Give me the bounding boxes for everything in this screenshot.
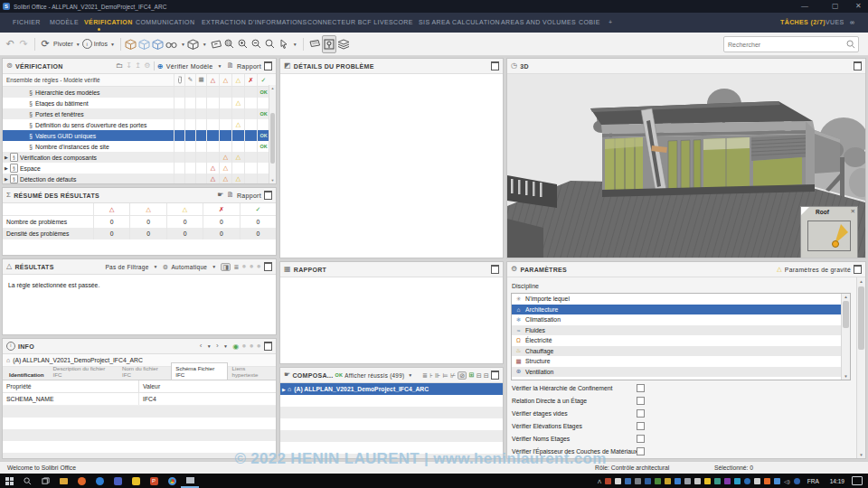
summary-row[interactable]: Nombre de problèmes 00000 bbox=[3, 216, 276, 228]
results-mode-dropdown[interactable]: Automatique bbox=[171, 264, 207, 270]
list-mode-icon[interactable]: ≣ bbox=[233, 264, 239, 270]
summary-report-button[interactable]: Rapport bbox=[237, 192, 261, 199]
tab-identification[interactable]: Identification bbox=[5, 369, 49, 380]
menu-add-tab[interactable]: + bbox=[609, 13, 613, 33]
hide-eye-icon[interactable]: ⊘ bbox=[458, 371, 467, 380]
parameters-window-icon[interactable] bbox=[854, 265, 862, 274]
tray-icon[interactable] bbox=[744, 478, 750, 484]
tray-icon[interactable] bbox=[764, 478, 770, 484]
discipline-option[interactable]: ✳N'importe lequel bbox=[512, 294, 850, 305]
material-thickness-checkbox[interactable] bbox=[637, 447, 645, 455]
mode-caret-icon[interactable]: ▼ bbox=[212, 264, 216, 269]
menu-verification[interactable]: VÉRIFICATION bbox=[84, 13, 133, 33]
tray-icon[interactable] bbox=[754, 478, 760, 484]
edge-browser-icon[interactable] bbox=[90, 474, 108, 488]
settings-gear-icon[interactable]: ⚙ bbox=[144, 62, 150, 70]
discipline-option-selected[interactable]: ⌂Architecture bbox=[512, 305, 850, 315]
infos-icon[interactable]: i bbox=[82, 39, 92, 49]
rule-row[interactable]: §Portes et fenêtres OK bbox=[3, 108, 276, 119]
tree-zone-icon[interactable]: ⊬ bbox=[450, 372, 456, 379]
binoculars-caret-icon[interactable]: ▼ bbox=[181, 42, 185, 47]
zoom-in-icon[interactable] bbox=[237, 36, 250, 52]
clock[interactable]: 14:19 bbox=[830, 478, 844, 484]
start-button[interactable] bbox=[0, 474, 18, 488]
infos-caret-icon[interactable]: ▼ bbox=[110, 42, 115, 47]
discipline-option[interactable]: ΩÉlectricité bbox=[512, 335, 850, 346]
menu-connecteur-bcf[interactable]: CONNECTEUR BCF LIVE bbox=[307, 13, 389, 33]
minimize-button[interactable]: — bbox=[801, 0, 808, 13]
undo-icon[interactable]: ↶ bbox=[4, 36, 16, 52]
tray-icon[interactable] bbox=[675, 478, 681, 484]
expand-icon[interactable]: ▶ bbox=[3, 155, 10, 160]
roof-navigator[interactable]: Roof ✕ bbox=[800, 206, 858, 258]
task-view-icon[interactable] bbox=[36, 474, 54, 488]
expand-icon[interactable]: ▶ bbox=[3, 176, 10, 182]
info-property-row[interactable]: SCHEMA_NAME IFC4 bbox=[3, 393, 276, 406]
components-filter-dropdown[interactable]: Afficher réussis (499) bbox=[344, 372, 404, 379]
search-box[interactable] bbox=[723, 36, 859, 52]
rule-row[interactable]: §Définition du sens d'ouverture des port… bbox=[3, 119, 276, 130]
column-valeur[interactable]: Valeur bbox=[138, 380, 276, 392]
powerpoint-icon[interactable]: P bbox=[145, 474, 163, 488]
menu-score[interactable]: SCORE bbox=[389, 13, 413, 33]
results-filter-dropdown[interactable]: Pas de Filtrage bbox=[105, 264, 148, 270]
discipline-scrollbar[interactable]: ▲▼ bbox=[841, 294, 850, 380]
verify-model-icon[interactable]: ⊕ bbox=[157, 62, 164, 70]
tree-layer-icon[interactable]: ⊨ bbox=[443, 372, 448, 379]
parameters-scrollbar[interactable]: ▲▼ bbox=[856, 277, 865, 459]
show-model-icon[interactable] bbox=[125, 36, 137, 52]
layers-icon[interactable] bbox=[337, 36, 350, 52]
tray-icon[interactable] bbox=[625, 478, 631, 484]
tray-icon[interactable] bbox=[714, 478, 721, 484]
rule-folder-row[interactable]: ▶§Espace △△ bbox=[3, 163, 276, 174]
results-window-icon[interactable] bbox=[264, 262, 272, 271]
summary-row[interactable]: Densité des problèmes 00000 bbox=[3, 228, 276, 239]
report-doc-icon[interactable]: 🗎 bbox=[227, 62, 234, 70]
expand-icon[interactable]: ▶ bbox=[3, 165, 10, 171]
tray-icon[interactable] bbox=[694, 478, 701, 484]
view-cube-caret-icon[interactable]: ▼ bbox=[203, 42, 207, 47]
storey-elevations-checkbox[interactable] bbox=[637, 422, 645, 430]
rule-folder-row[interactable]: ▶§Vérification des composants △△ bbox=[3, 152, 276, 163]
tab-schema-ifc[interactable]: Schéma Fichier IFC bbox=[171, 362, 227, 380]
tray-icon[interactable] bbox=[704, 478, 711, 484]
details-window-icon[interactable] bbox=[491, 61, 499, 70]
discipline-option[interactable]: ⊛Ventilation bbox=[512, 367, 850, 378]
verification-window-icon[interactable] bbox=[264, 61, 272, 70]
tray-icon[interactable] bbox=[684, 478, 691, 484]
partial-checkbox[interactable] bbox=[637, 459, 645, 460]
tray-icon[interactable] bbox=[734, 478, 741, 484]
components-window-icon[interactable] bbox=[491, 371, 499, 380]
rule-row[interactable]: §Hiérarchie des modèles OK bbox=[3, 87, 276, 98]
info-window-icon[interactable] bbox=[264, 342, 272, 351]
gravity-parameters-button[interactable]: Paramètres de gravité bbox=[785, 267, 851, 273]
tree-model-icon[interactable]: ⊦ bbox=[429, 372, 433, 379]
tray-chevron-icon[interactable]: ᐱ bbox=[598, 478, 601, 484]
column-propriete[interactable]: Propriété bbox=[3, 383, 138, 389]
hide-component-icon[interactable] bbox=[152, 36, 165, 52]
components-filter-caret-icon[interactable]: ▼ bbox=[408, 372, 412, 378]
view-cube-icon[interactable] bbox=[187, 36, 200, 52]
show-similar-icon[interactable] bbox=[138, 36, 151, 52]
containment-checkbox[interactable] bbox=[637, 384, 645, 392]
tray-icon[interactable] bbox=[615, 478, 621, 484]
footprint-icon[interactable] bbox=[307, 36, 321, 52]
intersect-selection-icon[interactable]: ⊟ bbox=[484, 372, 489, 379]
discipline-option[interactable]: ❄Climatisation bbox=[512, 314, 850, 325]
taskbar-search-icon[interactable] bbox=[18, 474, 36, 488]
tray-icon[interactable] bbox=[645, 478, 651, 484]
report-window-icon[interactable] bbox=[491, 265, 499, 274]
close-button[interactable]: ✕ bbox=[855, 0, 862, 13]
menu-communication[interactable]: COMMUNICATION bbox=[136, 13, 194, 33]
volume-icon[interactable]: ◁) bbox=[784, 478, 790, 484]
menu-fichier[interactable]: FICHIER bbox=[13, 13, 41, 33]
views-glasses-icon[interactable]: ∞ bbox=[850, 13, 854, 33]
navigator-close-icon[interactable]: ✕ bbox=[851, 208, 855, 215]
section-plane-icon[interactable] bbox=[209, 36, 222, 52]
tray-icon[interactable] bbox=[774, 478, 780, 484]
discipline-option[interactable]: ▦Structure bbox=[512, 356, 850, 367]
export-icon[interactable]: ↥ bbox=[135, 62, 141, 70]
next-icon[interactable]: › bbox=[216, 343, 219, 350]
notification-center-icon[interactable] bbox=[852, 476, 863, 485]
chrome-icon[interactable] bbox=[163, 474, 181, 488]
